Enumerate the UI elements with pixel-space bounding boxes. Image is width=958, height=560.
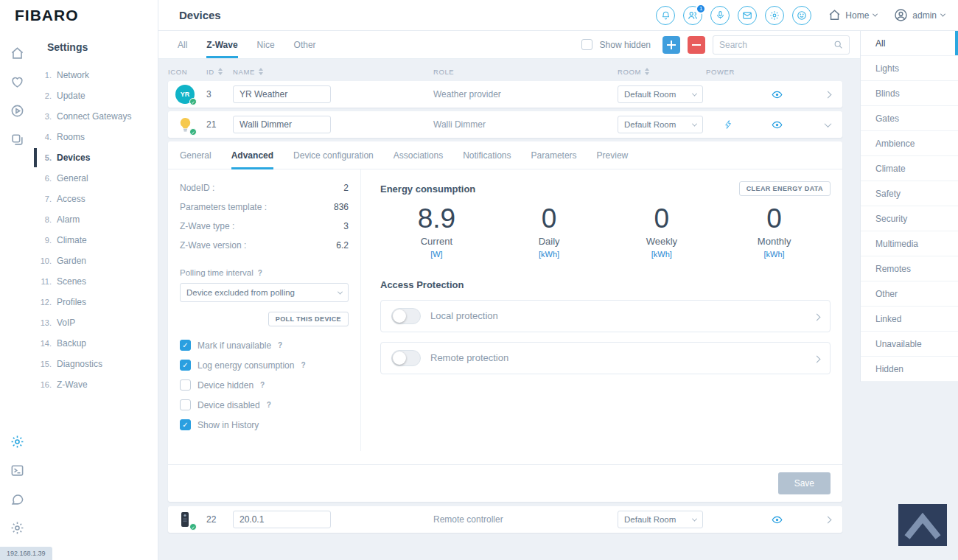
- filter-security[interactable]: Security: [861, 206, 958, 231]
- rail-console-icon[interactable]: [10, 463, 24, 477]
- sidebar-item-voip[interactable]: 13.VoIP: [34, 312, 158, 333]
- sidebar-item-diagnostics[interactable]: 15.Diagnostics: [34, 354, 158, 374]
- local-protection-toggle[interactable]: [391, 308, 421, 324]
- filter-gates[interactable]: Gates: [861, 106, 958, 131]
- save-button[interactable]: Save: [778, 472, 831, 494]
- sidebar-item-climate[interactable]: 9.Climate: [34, 230, 158, 251]
- remove-device-button[interactable]: [688, 36, 705, 54]
- detail-tab-advanced[interactable]: Advanced: [231, 141, 273, 169]
- help-icon[interactable]: ?: [258, 269, 262, 277]
- eye-icon[interactable]: [770, 89, 784, 100]
- tab-nice[interactable]: Nice: [257, 31, 275, 58]
- show-hidden-label: Show hidden: [600, 40, 651, 50]
- detail-tab-parameters[interactable]: Parameters: [531, 141, 577, 169]
- filter-all[interactable]: All: [861, 31, 958, 56]
- checkbox[interactable]: [180, 379, 191, 391]
- sidebar-item-update[interactable]: 2.Update: [34, 85, 158, 106]
- filter-remotes[interactable]: Remotes: [861, 256, 958, 281]
- sidebar-item-network[interactable]: 1.Network: [34, 65, 158, 85]
- tab-other[interactable]: Other: [294, 31, 316, 58]
- col-room[interactable]: ROOM: [618, 68, 706, 76]
- sidebar-item-general[interactable]: 6.General: [34, 168, 158, 189]
- eye-icon[interactable]: [770, 514, 784, 525]
- rail-health-icon[interactable]: [10, 74, 24, 89]
- sidebar-item-access[interactable]: 7.Access: [34, 189, 158, 209]
- room-select[interactable]: Default Room: [618, 511, 703, 528]
- sidebar-item-devices[interactable]: 5.Devices: [34, 147, 158, 168]
- expand-row-chevron[interactable]: [825, 516, 832, 523]
- intercom-button[interactable]: [710, 6, 730, 25]
- detail-tab-associations[interactable]: Associations: [394, 141, 443, 169]
- table-row: 21 Walli Dimmer Default Room: [168, 111, 842, 138]
- eye-icon[interactable]: [770, 119, 784, 130]
- help-icon[interactable]: ?: [278, 341, 282, 349]
- sidebar-item-connect-gateways[interactable]: 3.Connect Gateways: [34, 106, 158, 127]
- user-menu[interactable]: admin: [894, 8, 945, 22]
- filter-ambience[interactable]: Ambience: [861, 131, 958, 156]
- clear-energy-data-button[interactable]: CLEAR ENERGY DATA: [739, 181, 831, 196]
- col-id[interactable]: ID: [206, 68, 233, 76]
- device-role: Weather provider: [433, 89, 618, 99]
- rail-settings-icon[interactable]: [10, 434, 24, 449]
- home-selector[interactable]: Home: [828, 9, 877, 21]
- open-protection-chevron[interactable]: [814, 355, 821, 363]
- profiles-button[interactable]: 1: [683, 6, 702, 25]
- settings-button[interactable]: [765, 6, 784, 25]
- help-icon[interactable]: ?: [301, 361, 305, 369]
- sidebar-item-zwave[interactable]: 16.Z-Wave: [34, 374, 158, 395]
- checkbox[interactable]: [180, 419, 191, 430]
- rail-chat-icon[interactable]: [10, 491, 24, 506]
- detail-tab-notifications[interactable]: Notifications: [463, 141, 511, 169]
- checkbox[interactable]: [180, 360, 191, 371]
- filter-linked[interactable]: Linked: [861, 307, 958, 332]
- room-select[interactable]: Default Room: [618, 85, 703, 103]
- rail-devices-icon[interactable]: [10, 132, 24, 147]
- search-input[interactable]: [719, 40, 833, 50]
- device-name-input[interactable]: [233, 116, 331, 133]
- show-hidden-checkbox[interactable]: [581, 39, 592, 50]
- sidebar-item-scenes[interactable]: 11.Scenes: [34, 271, 158, 292]
- detail-footer: Save: [168, 464, 842, 502]
- sidebar-item-garden[interactable]: 10.Garden: [34, 251, 158, 271]
- remote-protection-toggle[interactable]: [391, 350, 421, 366]
- open-protection-chevron[interactable]: [814, 313, 821, 321]
- sidebar-item-profiles[interactable]: 12.Profiles: [34, 292, 158, 312]
- detail-tab-preview[interactable]: Preview: [597, 141, 629, 169]
- add-device-button[interactable]: [662, 36, 680, 54]
- support-button[interactable]: [792, 6, 811, 25]
- corner-widget[interactable]: [898, 504, 947, 546]
- device-name-input[interactable]: [233, 85, 331, 103]
- collapse-row-chevron[interactable]: [825, 120, 832, 127]
- expand-row-chevron[interactable]: [825, 91, 832, 98]
- filter-climate[interactable]: Climate: [861, 156, 958, 181]
- poll-this-device-button[interactable]: POLL THIS DEVICE: [268, 312, 349, 326]
- detail-tab-general[interactable]: General: [180, 141, 211, 169]
- help-icon[interactable]: ?: [267, 401, 271, 409]
- filter-safety[interactable]: Safety: [861, 181, 958, 206]
- filter-unavailable[interactable]: Unavailable: [861, 332, 958, 357]
- rail-home-icon[interactable]: [10, 46, 24, 60]
- fibaro-logo[interactable]: FIBARO: [15, 7, 79, 24]
- help-icon[interactable]: ?: [260, 381, 265, 389]
- filter-lights[interactable]: Lights: [861, 56, 958, 81]
- filter-multimedia[interactable]: Multimedia: [861, 231, 958, 256]
- sidebar-item-alarm[interactable]: 8.Alarm: [34, 209, 158, 230]
- checkbox[interactable]: [180, 399, 191, 410]
- sidebar-item-rooms[interactable]: 4.Rooms: [34, 127, 158, 147]
- messages-button[interactable]: [738, 6, 757, 25]
- checkbox[interactable]: [180, 340, 191, 351]
- tab-all[interactable]: All: [178, 31, 187, 58]
- col-name[interactable]: NAME: [233, 68, 433, 76]
- sidebar-item-backup[interactable]: 14.Backup: [34, 333, 158, 354]
- rail-media-icon[interactable]: [10, 103, 24, 118]
- filter-blinds[interactable]: Blinds: [861, 81, 958, 106]
- polling-interval-select[interactable]: Device excluded from polling: [180, 283, 349, 302]
- filter-hidden[interactable]: Hidden: [861, 357, 958, 382]
- room-select[interactable]: Default Room: [618, 116, 703, 133]
- rail-gear-icon[interactable]: [10, 520, 24, 535]
- alarm-button[interactable]: [656, 6, 675, 25]
- detail-tab-device-configuration[interactable]: Device configuration: [293, 141, 374, 169]
- device-name-input[interactable]: [233, 511, 331, 528]
- filter-other[interactable]: Other: [861, 281, 958, 307]
- tab-zwave[interactable]: Z-Wave: [206, 31, 237, 58]
